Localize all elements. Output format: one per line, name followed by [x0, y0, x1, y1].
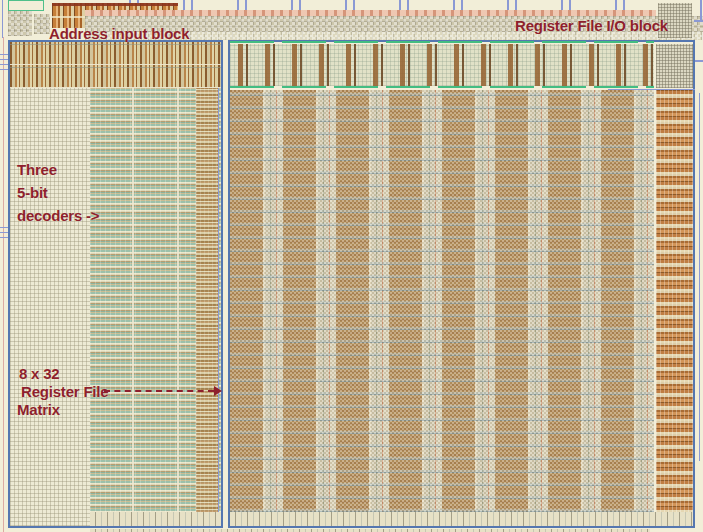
top-left-pad-cells-a: [8, 11, 32, 36]
left-decoder-box: [8, 40, 223, 528]
register-matrix-box: [228, 40, 695, 528]
left-wire-stubs-b: [0, 224, 8, 238]
decoder-label-line-2: 5-bit: [17, 185, 48, 201]
matrix-label-line-1: 8 x 32: [19, 366, 60, 382]
corner-wire-horizontal-2: [695, 60, 703, 62]
right-margin-wire: [699, 93, 700, 461]
right-column-top-wire: [608, 89, 695, 90]
left-margin-rail: [3, 37, 4, 532]
decoder-label-line-3: decoders ->: [17, 208, 99, 224]
left-wire-stubs-a: [0, 54, 8, 70]
top-left-pad-cells-b: [34, 14, 50, 34]
decoder-inner-wire: [218, 88, 219, 512]
corner-wire-horizontal: [694, 20, 703, 22]
corner-wire-vertical: [700, 0, 702, 22]
register-file-arrowhead-icon: [214, 386, 222, 396]
matrix-label-line-3: Matrix: [17, 402, 60, 418]
decoder-label-line-1: Three: [17, 162, 57, 178]
top-left-corner-wire: [2, 0, 3, 38]
chip-layout-figure: Address input block Register File I/O bl…: [0, 0, 703, 532]
top-left-green-outline: [8, 0, 44, 11]
address-input-block-label: Address input block: [49, 26, 189, 42]
matrix-green-line-bottom: [230, 86, 654, 88]
matrix-label-line-2: Register File: [21, 384, 108, 400]
register-file-arrow: [104, 390, 214, 392]
matrix-green-line-top: [230, 41, 654, 43]
register-file-io-block-label: Register File I/O block: [515, 18, 668, 34]
